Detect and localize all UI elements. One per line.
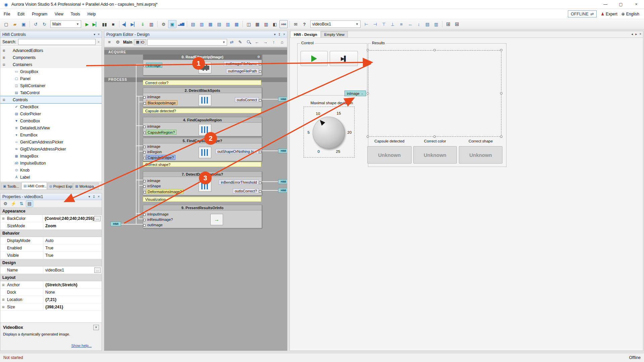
close-panel-icon[interactable]: × xyxy=(98,195,100,198)
property-row[interactable]: Name videoBox1 … xyxy=(0,266,102,274)
property-value[interactable]: {Stretch;Stretch} xyxy=(45,283,77,287)
search-icon[interactable] xyxy=(245,39,252,46)
port-inimage[interactable]: inImage xyxy=(146,63,162,68)
port-inimage[interactable]: inImage xyxy=(146,178,162,183)
correct-color-indicator[interactable]: Unknown xyxy=(413,146,457,164)
tree-item[interactable]: ✔ CheckBox xyxy=(0,103,102,110)
gear-icon[interactable]: ⚙ xyxy=(257,54,260,60)
step-into-icon[interactable]: ▥ xyxy=(224,20,232,28)
port-inimage[interactable]: inImage xyxy=(146,95,162,100)
hmi-io-icon[interactable]: HMI xyxy=(279,20,288,28)
statistics-icon[interactable]: ▂▅▇ xyxy=(177,20,185,28)
property-row[interactable]: Visible True xyxy=(0,252,102,259)
close-button[interactable]: × xyxy=(629,0,644,9)
port-outimagefilepath[interactable]: outImageFilePath xyxy=(226,68,259,73)
tree-item[interactable]: ≋ GigEVisionAddressPicker xyxy=(0,145,102,153)
expander-icon[interactable]: ⊟ xyxy=(2,98,6,102)
redo-icon[interactable]: ↻ xyxy=(40,20,49,28)
close-panel-icon[interactable]: × xyxy=(98,33,100,36)
port-inregion[interactable]: inRegion xyxy=(146,149,163,155)
message-icon[interactable]: ✉ xyxy=(291,20,300,28)
tree-item[interactable]: ‹› GenICamAddressPicker xyxy=(0,138,102,145)
program-nav-io[interactable]: ▦ IO xyxy=(134,39,146,45)
panel-tab[interactable]: ▦ Workspa... xyxy=(73,183,99,189)
separator[interactable] xyxy=(119,21,119,27)
close-panel-icon[interactable]: × xyxy=(283,33,285,36)
hmi-designer-icon[interactable]: ▣ xyxy=(168,20,176,28)
ellipsis-button[interactable]: … xyxy=(94,267,101,273)
layout-split-icon[interactable]: ◧ xyxy=(271,20,279,28)
expander-icon[interactable]: ⊞ xyxy=(2,298,5,301)
menu-item[interactable]: File xyxy=(0,10,14,18)
port-inresultimage[interactable]: inResultImage? xyxy=(146,217,174,222)
resize-handle[interactable] xyxy=(367,135,369,138)
tree-item[interactable]: ▭ GroupBox xyxy=(0,68,102,75)
port-blackspotsimage[interactable]: BlackspotsImage xyxy=(146,100,177,105)
property-value[interactable]: Zoom xyxy=(45,224,56,228)
start-button[interactable] xyxy=(301,51,328,66)
block-detectblackspots[interactable]: 2. DetectBlackSpots inImage BlackspotsIm… xyxy=(143,87,262,107)
resize-handle[interactable] xyxy=(500,92,502,95)
split-horizontal-icon[interactable]: ⊞ xyxy=(444,20,452,28)
navigate-up-icon[interactable]: ↑ xyxy=(270,39,277,46)
tab-empty-view[interactable]: Empty View xyxy=(321,31,348,38)
hmi-port-badge[interactable]: HMI xyxy=(278,188,287,193)
property-value[interactable]: True xyxy=(45,246,53,250)
knob-control[interactable]: 10 15 5 20 0 25 xyxy=(304,107,355,158)
property-row[interactable]: ⊞Anchor {Stretch;Stretch} xyxy=(0,281,102,289)
tree-item[interactable]: ▦ ImageBox xyxy=(0,153,102,160)
tab-hmi-design[interactable]: HMI - Design xyxy=(290,31,321,38)
open-file-icon[interactable]: ▰ xyxy=(11,20,19,28)
control-selector[interactable]: videoBox1▼ xyxy=(310,20,361,28)
tree-item[interactable]: ▼ ComboBox xyxy=(0,117,102,124)
correct-shape-indicator[interactable]: Unknown xyxy=(459,146,502,164)
expander-icon[interactable]: ⊞ xyxy=(2,305,5,309)
resize-handle[interactable] xyxy=(433,49,436,51)
tree-item[interactable]: ≣ DetailedListView xyxy=(0,124,102,131)
property-value[interactable]: Auto xyxy=(45,238,54,243)
separator[interactable] xyxy=(442,21,442,27)
pin-icon[interactable]: ↧ xyxy=(93,195,95,198)
close-panel-icon[interactable]: × xyxy=(639,32,641,36)
sort-icon[interactable]: ⇅ xyxy=(18,200,25,207)
block-presentresults[interactable]: 9. PresentResultsOrInfo inInputImage inR… xyxy=(143,205,262,228)
chevron-down-icon[interactable]: ▾ xyxy=(94,33,95,36)
port-inbenderrorthreshold[interactable]: inBendErrorThreshold xyxy=(219,180,259,185)
program-nav-main[interactable]: Main xyxy=(123,40,132,45)
step-over-icon[interactable]: ▤ xyxy=(215,20,223,28)
step-out-icon[interactable]: ▦ xyxy=(232,20,241,28)
tree-item[interactable]: ⊟ Controls xyxy=(0,96,102,103)
capsule-detected-indicator[interactable]: Unknown xyxy=(367,146,412,164)
align-left-icon[interactable]: ⊢ xyxy=(362,20,371,28)
tree-item[interactable]: ▤ TabControl xyxy=(0,89,102,96)
tree-item[interactable]: ⊟ Containers xyxy=(0,61,102,68)
port-outimage[interactable]: outImage xyxy=(146,223,164,228)
home-icon[interactable]: ⌂ xyxy=(278,39,286,46)
comment-correct-color[interactable]: Correct color? xyxy=(143,80,261,85)
panel-tab[interactable]: ▣ Toolb... xyxy=(1,183,21,189)
space-vertical-icon[interactable]: ↕ xyxy=(415,20,423,28)
navigate-forward-icon[interactable]: → xyxy=(262,39,269,46)
property-row[interactable]: ⊞Size {398;241} xyxy=(0,303,102,311)
port-capsuleregion[interactable]: CapsuleRegion? xyxy=(146,130,176,135)
previous-step-icon[interactable]: ◀▏ xyxy=(121,20,129,28)
categorized-view-icon[interactable]: ⚙ xyxy=(2,200,9,207)
hmi-design-canvas[interactable]: Control ▶▌ Results inImage→ Maximal shap… xyxy=(290,38,643,351)
port-inimage[interactable]: inImage xyxy=(146,144,162,149)
property-row[interactable]: Enabled True xyxy=(0,244,102,252)
menu-item[interactable]: Edit xyxy=(14,10,28,18)
menu-item[interactable]: Program xyxy=(28,10,51,18)
comment-visualization[interactable]: Visualization xyxy=(143,197,261,202)
property-value[interactable]: {Control;240;240;240;255} xyxy=(45,216,94,221)
hmi-port-badge[interactable]: HMI xyxy=(278,148,287,153)
ellipsis-button[interactable]: … xyxy=(94,216,101,221)
block-detectdeformations[interactable]: 7. DetectDeformations? inImage inShape D… xyxy=(143,171,262,195)
events-icon[interactable]: ⚡ xyxy=(10,200,17,207)
property-value[interactable]: videoBox1 xyxy=(45,268,64,273)
port-capsuleshape[interactable]: CapsuleShape? xyxy=(146,155,175,160)
space-horizontal-icon[interactable]: ↔ xyxy=(406,20,414,28)
separator[interactable] xyxy=(243,21,243,27)
align-top-icon[interactable]: ⊤ xyxy=(380,20,388,28)
tree-item[interactable]: ab ImpulseButton xyxy=(0,160,102,167)
tree-item[interactable]: ▨ ColorPicker xyxy=(0,110,102,117)
